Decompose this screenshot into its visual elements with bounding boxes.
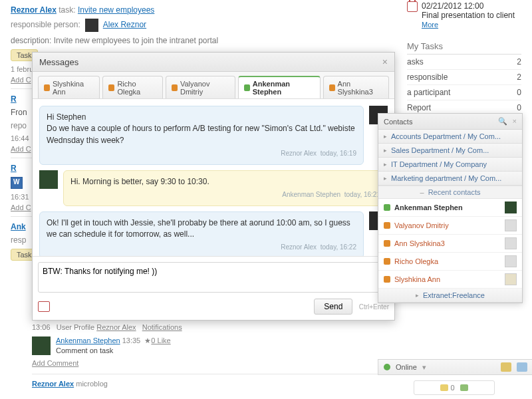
contacts-header[interactable]: Contacts 🔍× <box>378 114 522 130</box>
like-link[interactable]: 0 Like <box>151 336 170 344</box>
chevron-right-icon: ▸ <box>384 133 387 140</box>
task-stat-label: asks <box>407 57 424 66</box>
presence-icon <box>108 84 114 91</box>
task-link[interactable]: Invite new employees <box>78 5 154 15</box>
conversation-tab[interactable]: Ankenman Stephen <box>238 76 321 98</box>
tab-label: Slyshkina Ann <box>53 80 94 96</box>
group-icon[interactable] <box>501 362 511 372</box>
responsible-label: responsible person: <box>11 20 80 29</box>
contacts-panel: Contacts 🔍× ▸Accounts Department / My Co… <box>378 113 523 303</box>
event-title: Final presentation to client <box>422 11 515 20</box>
task-stat-row[interactable]: asks2 <box>407 55 521 70</box>
avatar <box>85 19 98 32</box>
search-icon[interactable]: 🔍 <box>498 117 507 126</box>
user-link[interactable]: Ank <box>11 222 26 231</box>
tab-label: Richo Olegka <box>117 80 157 96</box>
contact-name: Ankenman Stephen <box>394 203 463 211</box>
comment-time: 13:35 <box>122 336 141 344</box>
department-row[interactable]: ▸Sales Department / My Com... <box>378 144 522 158</box>
close-icon[interactable]: × <box>382 57 388 67</box>
task-stat-label: Report <box>407 103 431 112</box>
word-doc-icon <box>11 177 23 189</box>
user-link[interactable]: R <box>11 164 17 173</box>
chevron-right-icon: ▸ <box>384 161 387 168</box>
add-comment-link[interactable]: Add C <box>11 76 31 84</box>
message-author: Reznor Alex <box>281 150 317 157</box>
send-button[interactable]: Send <box>314 299 352 315</box>
chevron-right-icon: ▸ <box>384 175 387 182</box>
avatar <box>505 237 517 249</box>
tab-label: Ankenman Stephen <box>253 80 315 96</box>
calendar-icon <box>407 1 418 12</box>
contact-name: Ann Slyshkina3 <box>394 239 445 247</box>
message-author: Ankenman Stephen <box>282 191 340 198</box>
contacts-title: Contacts <box>384 118 412 126</box>
recent-contacts-header: –Recent contacts <box>378 186 522 199</box>
post-type: microblog <box>76 380 108 388</box>
description-text: Invite new employees to join the intrane… <box>54 36 218 45</box>
comment-row: Ankenman Stephen 13:35 ★0 Like Comment o… <box>32 336 394 355</box>
contact-name: Valyanov Dmitriy <box>394 221 449 229</box>
chip-icon <box>460 384 468 391</box>
add-comment-link[interactable]: Add Comment <box>32 359 78 367</box>
footer-chip[interactable]: 0 <box>440 384 454 392</box>
avatar <box>32 336 51 355</box>
chip-icon <box>440 384 448 391</box>
tab-label: Ann Slyshkina3 <box>338 80 383 96</box>
comment-author-link[interactable]: Ankenman Stephen <box>56 336 120 344</box>
conversation-tab[interactable]: Slyshkina Ann <box>38 76 100 98</box>
contact-row[interactable]: Valyanov Dmitriy <box>378 217 522 235</box>
messages-dialog: Messages × Slyshkina AnnRicho OlegkaValy… <box>32 52 395 321</box>
close-icon[interactable]: × <box>513 117 517 126</box>
chevron-right-icon: ▸ <box>416 292 419 299</box>
add-comment-link[interactable]: Add C <box>11 145 31 153</box>
calendar-icon[interactable] <box>38 301 50 312</box>
footer-chip[interactable] <box>460 384 468 391</box>
department-row[interactable]: ▸Accounts Department / My Com... <box>378 130 522 144</box>
contact-row[interactable]: Ann Slyshkina3 <box>378 235 522 253</box>
message-text: Hi. Morning is better, say 9:30 to 10:30… <box>70 177 209 186</box>
group-icon[interactable] <box>517 362 527 372</box>
dialog-titlebar[interactable]: Messages × <box>33 53 394 72</box>
presence-icon <box>384 276 390 283</box>
avatar <box>505 255 517 267</box>
presence-icon <box>384 222 390 229</box>
chip-value: 0 <box>450 384 454 392</box>
more-link[interactable]: More <box>422 21 438 29</box>
avatar <box>505 273 517 285</box>
department-label: Accounts Department / My Com... <box>391 132 501 140</box>
task-stat-label: a participant <box>407 88 450 97</box>
contact-row[interactable]: Richo Olegka <box>378 253 522 271</box>
add-comment-link[interactable]: Add C <box>11 203 31 211</box>
chevron-right-icon: ▸ <box>384 147 387 154</box>
department-label: Sales Department / My Com... <box>391 146 489 154</box>
presence-icon <box>44 84 50 91</box>
task-stat-row[interactable]: responsible2 <box>407 70 521 85</box>
task-label: task: <box>59 5 75 15</box>
event-date: 02/21/2012 12:00 <box>422 1 515 11</box>
dialog-title: Messages <box>39 57 78 67</box>
task-stat-row[interactable]: a participant0 <box>407 85 521 100</box>
message-input[interactable] <box>38 262 389 293</box>
trail-user-link[interactable]: Reznor Alex <box>96 323 136 331</box>
trail-notifications-link[interactable]: Notifications <box>142 323 182 331</box>
message-bubble: Hi Stephen Do we have a couple of hours … <box>39 106 364 165</box>
contact-row[interactable]: Slyshkina Ann <box>378 271 522 289</box>
message-time: today, 16:22 <box>321 243 356 251</box>
footer-chip-box: 0 <box>414 380 495 395</box>
conversation-tab[interactable]: Ann Slyshkina3 <box>323 76 389 98</box>
my-tasks-header: My Tasks <box>407 37 521 55</box>
responsible-link[interactable]: Alex Reznor <box>103 20 146 29</box>
department-row[interactable]: ▸IT Department / My Company <box>378 158 522 172</box>
department-row[interactable]: ▸Marketing department / My Com... <box>378 172 522 186</box>
conversation-tab[interactable]: Richo Olegka <box>102 76 163 98</box>
user-link[interactable]: Reznor Alex <box>11 5 57 15</box>
conversation-tab[interactable]: Valyanov Dmitriy <box>166 76 235 98</box>
user-link[interactable]: R <box>11 94 17 104</box>
user-link[interactable]: Reznor Alex <box>32 380 74 388</box>
contact-row[interactable]: Ankenman Stephen <box>378 199 522 217</box>
extranet-group[interactable]: ▸Extranet:Freelance <box>378 289 522 303</box>
contact-name: Richo Olegka <box>394 257 438 265</box>
feed-trail: 13:06 User Profile Reznor Alex Notificat… <box>32 323 394 392</box>
message-row: Hi. Morning is better, say 9:30 to 10:30… <box>39 170 388 206</box>
